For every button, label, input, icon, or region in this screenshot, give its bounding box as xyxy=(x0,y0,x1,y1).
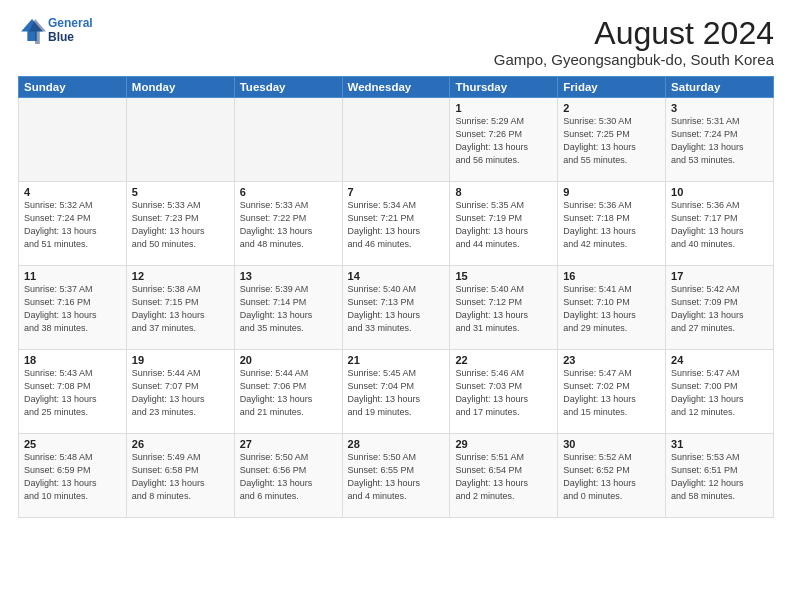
day-info: Sunrise: 5:52 AM Sunset: 6:52 PM Dayligh… xyxy=(563,451,660,503)
calendar-cell: 4Sunrise: 5:32 AM Sunset: 7:24 PM Daylig… xyxy=(19,182,127,266)
calendar-cell xyxy=(234,98,342,182)
calendar-cell: 8Sunrise: 5:35 AM Sunset: 7:19 PM Daylig… xyxy=(450,182,558,266)
page: General Blue August 2024 Gampo, Gyeongsa… xyxy=(0,0,792,612)
calendar-cell: 23Sunrise: 5:47 AM Sunset: 7:02 PM Dayli… xyxy=(558,350,666,434)
calendar-cell: 2Sunrise: 5:30 AM Sunset: 7:25 PM Daylig… xyxy=(558,98,666,182)
subtitle: Gampo, Gyeongsangbuk-do, South Korea xyxy=(494,51,774,68)
calendar-cell: 29Sunrise: 5:51 AM Sunset: 6:54 PM Dayli… xyxy=(450,434,558,518)
day-info: Sunrise: 5:40 AM Sunset: 7:12 PM Dayligh… xyxy=(455,283,552,335)
calendar-cell: 7Sunrise: 5:34 AM Sunset: 7:21 PM Daylig… xyxy=(342,182,450,266)
day-number: 16 xyxy=(563,270,660,282)
day-number: 29 xyxy=(455,438,552,450)
day-info: Sunrise: 5:33 AM Sunset: 7:22 PM Dayligh… xyxy=(240,199,337,251)
day-info: Sunrise: 5:31 AM Sunset: 7:24 PM Dayligh… xyxy=(671,115,768,167)
calendar-week-4: 18Sunrise: 5:43 AM Sunset: 7:08 PM Dayli… xyxy=(19,350,774,434)
day-number: 6 xyxy=(240,186,337,198)
logo-text: General Blue xyxy=(48,16,93,45)
calendar-cell: 6Sunrise: 5:33 AM Sunset: 7:22 PM Daylig… xyxy=(234,182,342,266)
day-info: Sunrise: 5:32 AM Sunset: 7:24 PM Dayligh… xyxy=(24,199,121,251)
calendar-cell xyxy=(19,98,127,182)
day-number: 26 xyxy=(132,438,229,450)
calendar-cell: 28Sunrise: 5:50 AM Sunset: 6:55 PM Dayli… xyxy=(342,434,450,518)
calendar-cell: 10Sunrise: 5:36 AM Sunset: 7:17 PM Dayli… xyxy=(666,182,774,266)
day-info: Sunrise: 5:47 AM Sunset: 7:02 PM Dayligh… xyxy=(563,367,660,419)
calendar-cell: 30Sunrise: 5:52 AM Sunset: 6:52 PM Dayli… xyxy=(558,434,666,518)
calendar-header-wednesday: Wednesday xyxy=(342,77,450,98)
calendar-cell xyxy=(126,98,234,182)
calendar-header-monday: Monday xyxy=(126,77,234,98)
day-info: Sunrise: 5:35 AM Sunset: 7:19 PM Dayligh… xyxy=(455,199,552,251)
day-info: Sunrise: 5:47 AM Sunset: 7:00 PM Dayligh… xyxy=(671,367,768,419)
calendar: SundayMondayTuesdayWednesdayThursdayFrid… xyxy=(18,76,774,518)
calendar-cell: 31Sunrise: 5:53 AM Sunset: 6:51 PM Dayli… xyxy=(666,434,774,518)
day-number: 7 xyxy=(348,186,445,198)
calendar-week-3: 11Sunrise: 5:37 AM Sunset: 7:16 PM Dayli… xyxy=(19,266,774,350)
day-info: Sunrise: 5:40 AM Sunset: 7:13 PM Dayligh… xyxy=(348,283,445,335)
day-info: Sunrise: 5:36 AM Sunset: 7:17 PM Dayligh… xyxy=(671,199,768,251)
calendar-cell: 14Sunrise: 5:40 AM Sunset: 7:13 PM Dayli… xyxy=(342,266,450,350)
calendar-cell xyxy=(342,98,450,182)
day-info: Sunrise: 5:33 AM Sunset: 7:23 PM Dayligh… xyxy=(132,199,229,251)
main-title: August 2024 xyxy=(494,16,774,51)
day-info: Sunrise: 5:39 AM Sunset: 7:14 PM Dayligh… xyxy=(240,283,337,335)
title-area: August 2024 Gampo, Gyeongsangbuk-do, Sou… xyxy=(494,16,774,68)
day-info: Sunrise: 5:44 AM Sunset: 7:07 PM Dayligh… xyxy=(132,367,229,419)
calendar-week-1: 1Sunrise: 5:29 AM Sunset: 7:26 PM Daylig… xyxy=(19,98,774,182)
day-info: Sunrise: 5:50 AM Sunset: 6:56 PM Dayligh… xyxy=(240,451,337,503)
calendar-header-row: SundayMondayTuesdayWednesdayThursdayFrid… xyxy=(19,77,774,98)
day-number: 23 xyxy=(563,354,660,366)
calendar-cell: 22Sunrise: 5:46 AM Sunset: 7:03 PM Dayli… xyxy=(450,350,558,434)
day-info: Sunrise: 5:36 AM Sunset: 7:18 PM Dayligh… xyxy=(563,199,660,251)
calendar-cell: 21Sunrise: 5:45 AM Sunset: 7:04 PM Dayli… xyxy=(342,350,450,434)
day-number: 1 xyxy=(455,102,552,114)
day-number: 11 xyxy=(24,270,121,282)
calendar-cell: 9Sunrise: 5:36 AM Sunset: 7:18 PM Daylig… xyxy=(558,182,666,266)
calendar-header-sunday: Sunday xyxy=(19,77,127,98)
calendar-cell: 11Sunrise: 5:37 AM Sunset: 7:16 PM Dayli… xyxy=(19,266,127,350)
day-info: Sunrise: 5:42 AM Sunset: 7:09 PM Dayligh… xyxy=(671,283,768,335)
day-number: 4 xyxy=(24,186,121,198)
day-info: Sunrise: 5:37 AM Sunset: 7:16 PM Dayligh… xyxy=(24,283,121,335)
day-number: 5 xyxy=(132,186,229,198)
day-info: Sunrise: 5:43 AM Sunset: 7:08 PM Dayligh… xyxy=(24,367,121,419)
calendar-header-thursday: Thursday xyxy=(450,77,558,98)
calendar-cell: 18Sunrise: 5:43 AM Sunset: 7:08 PM Dayli… xyxy=(19,350,127,434)
day-number: 21 xyxy=(348,354,445,366)
day-number: 19 xyxy=(132,354,229,366)
calendar-cell: 20Sunrise: 5:44 AM Sunset: 7:06 PM Dayli… xyxy=(234,350,342,434)
calendar-header-tuesday: Tuesday xyxy=(234,77,342,98)
day-number: 27 xyxy=(240,438,337,450)
day-number: 24 xyxy=(671,354,768,366)
day-info: Sunrise: 5:48 AM Sunset: 6:59 PM Dayligh… xyxy=(24,451,121,503)
calendar-cell: 17Sunrise: 5:42 AM Sunset: 7:09 PM Dayli… xyxy=(666,266,774,350)
calendar-week-5: 25Sunrise: 5:48 AM Sunset: 6:59 PM Dayli… xyxy=(19,434,774,518)
calendar-cell: 1Sunrise: 5:29 AM Sunset: 7:26 PM Daylig… xyxy=(450,98,558,182)
day-info: Sunrise: 5:44 AM Sunset: 7:06 PM Dayligh… xyxy=(240,367,337,419)
header: General Blue August 2024 Gampo, Gyeongsa… xyxy=(18,16,774,68)
calendar-cell: 16Sunrise: 5:41 AM Sunset: 7:10 PM Dayli… xyxy=(558,266,666,350)
calendar-cell: 3Sunrise: 5:31 AM Sunset: 7:24 PM Daylig… xyxy=(666,98,774,182)
day-info: Sunrise: 5:41 AM Sunset: 7:10 PM Dayligh… xyxy=(563,283,660,335)
day-number: 18 xyxy=(24,354,121,366)
calendar-cell: 5Sunrise: 5:33 AM Sunset: 7:23 PM Daylig… xyxy=(126,182,234,266)
calendar-cell: 12Sunrise: 5:38 AM Sunset: 7:15 PM Dayli… xyxy=(126,266,234,350)
day-number: 28 xyxy=(348,438,445,450)
calendar-cell: 24Sunrise: 5:47 AM Sunset: 7:00 PM Dayli… xyxy=(666,350,774,434)
day-number: 14 xyxy=(348,270,445,282)
calendar-cell: 26Sunrise: 5:49 AM Sunset: 6:58 PM Dayli… xyxy=(126,434,234,518)
day-number: 22 xyxy=(455,354,552,366)
calendar-cell: 27Sunrise: 5:50 AM Sunset: 6:56 PM Dayli… xyxy=(234,434,342,518)
calendar-cell: 13Sunrise: 5:39 AM Sunset: 7:14 PM Dayli… xyxy=(234,266,342,350)
calendar-cell: 19Sunrise: 5:44 AM Sunset: 7:07 PM Dayli… xyxy=(126,350,234,434)
day-number: 20 xyxy=(240,354,337,366)
day-info: Sunrise: 5:49 AM Sunset: 6:58 PM Dayligh… xyxy=(132,451,229,503)
day-info: Sunrise: 5:50 AM Sunset: 6:55 PM Dayligh… xyxy=(348,451,445,503)
day-info: Sunrise: 5:29 AM Sunset: 7:26 PM Dayligh… xyxy=(455,115,552,167)
day-info: Sunrise: 5:30 AM Sunset: 7:25 PM Dayligh… xyxy=(563,115,660,167)
calendar-header-friday: Friday xyxy=(558,77,666,98)
day-info: Sunrise: 5:38 AM Sunset: 7:15 PM Dayligh… xyxy=(132,283,229,335)
day-number: 30 xyxy=(563,438,660,450)
day-number: 15 xyxy=(455,270,552,282)
day-number: 2 xyxy=(563,102,660,114)
day-number: 10 xyxy=(671,186,768,198)
